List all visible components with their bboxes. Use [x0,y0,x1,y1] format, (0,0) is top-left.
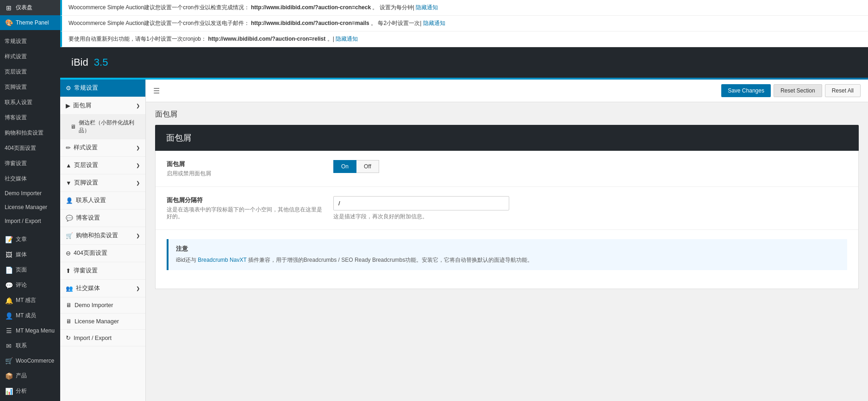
shop-arrow-icon: ❯ [136,233,140,238]
sidebar-item-mt-mega-menu[interactable]: ☰ MT Mega Menu [0,323,60,338]
notice1-url: http://www.ibidibid.com/?auction-cron=ch… [251,4,371,11]
theme-sidebar-import-export[interactable]: ↻ Import / Export [60,330,145,346]
reset-section-button[interactable]: Reset Section [774,84,822,97]
license-theme-icon: 🖥 [66,318,72,325]
sidebar-item-pages[interactable]: 📄 页面 [0,262,60,278]
breadcrumb-toggle-label: 面包屑 [167,160,324,168]
notice-2: Woocommerce Simple Auction建议您设置一个cron作业以… [60,16,868,31]
breadcrumb-separator-help: 这是描述字段，再次良好的附加信息。 [333,213,847,220]
sidebar-item-404[interactable]: 404页面设置 [0,141,60,156]
shop-theme-icon: 🛒 [66,232,73,239]
products-icon: 📦 [5,372,13,380]
sidebar-item-shop[interactable]: 购物和拍卖设置 [0,125,60,141]
style-icon: ✏ [66,144,71,151]
theme-sidebar: ⚙ 常规设置 ▶ 面包屑 ❯ 🖥 侧边栏（小部件化战利品） ✏ 样式设置 [60,80,146,401]
notice-box-text-after: 插件兼容，用于增强的Breadcrumbs / SEO Ready Breadc… [248,257,533,263]
notice-box-link[interactable]: Breadcrumb NavXT [198,257,246,263]
theme-sidebar-breadcrumb[interactable]: ▶ 面包屑 ❯ [60,97,145,115]
reset-all-button[interactable]: Reset All [825,84,861,97]
breadcrumb-separator-input[interactable] [333,196,509,210]
toolbar-left: ☰ [153,86,160,95]
theme-sidebar-social[interactable]: 👥 社交媒体 ❯ [60,280,145,297]
breadcrumb-toggle-control: On Off [333,160,847,173]
woocommerce-icon: 🛒 [5,357,13,364]
sidebar-item-articles[interactable]: 📝 文章 [0,232,60,247]
brand-version: 3.5 [94,56,108,68]
settings-area: 面包屑 启用或禁用面包屑 On Off 面包屑分隔符 这是在选项表中的字段标 [155,151,859,289]
breadcrumb-toggle-off[interactable]: Off [356,160,379,173]
main-panel: ☰ Save Changes Reset Section Reset All 面… [146,80,868,401]
notice2-hide-link[interactable]: 隐藏通知 [423,20,445,26]
section-title: 面包屑 [146,102,868,125]
sidebar-item-mt-sense[interactable]: 🔔 MT 感言 [0,293,60,308]
sidebar-item-theme-panel[interactable]: 🎨 Theme Panel [0,15,60,30]
sidebar-item-license[interactable]: License Manager [0,200,60,214]
breadcrumb-expand-icon: ▶ [66,102,70,109]
theme-sidebar-header[interactable]: ▲ 页层设置 ❯ [60,157,145,174]
sidebar-item-style[interactable]: 样式设置 [0,49,60,64]
comments-icon: 💬 [5,282,13,289]
theme-sidebar-shop[interactable]: 🛒 购物和拍卖设置 ❯ [60,227,145,245]
sidebar-item-products[interactable]: 📦 产品 [0,368,60,383]
theme-sidebar-contact[interactable]: 👤 联系人设置 [60,192,145,210]
toolbar-buttons: Save Changes Reset Section Reset All [721,84,861,97]
admin-sidebar: ⊞ 仪表盘 🎨 Theme Panel 常规设置 样式设置 页层设置 页脚设置 … [0,0,60,401]
social-arrow-icon: ❯ [136,286,140,291]
breadcrumb-separator-control: 这是描述字段，再次良好的附加信息。 [333,196,847,220]
mt-members-icon: 👤 [5,312,13,320]
sidebar-item-blog[interactable]: 博客设置 [0,110,60,125]
sidebar-item-mt-members[interactable]: 👤 MT 成员 [0,308,60,323]
sidebar-item-page2[interactable]: 页脚设置 [0,80,60,95]
breadcrumb-toggle-on[interactable]: On [333,160,356,173]
breadcrumb-toggle-group: On Off [333,160,847,173]
theme-sidebar-404[interactable]: ⊖ 404页面设置 [60,245,145,262]
theme-panel-icon: 🎨 [5,19,13,26]
notice-box-text: iBid还与 Breadcrumb NavXT 插件兼容，用于增强的Breadc… [176,256,840,265]
theme-sidebar-blog[interactable]: 💬 博客设置 [60,210,145,227]
sidebar-item-media[interactable]: 🖼 媒体 [0,247,60,262]
sidebar-item-analytics[interactable]: 📊 分析 [0,383,60,399]
sidebar-item-lianxi[interactable]: ✉ 联系 [0,338,60,353]
notice3-hide-link[interactable]: 隐藏通知 [336,36,358,42]
sub-icon: 🖥 [70,123,76,130]
sidebar-item-comments[interactable]: 💬 评论 [0,278,60,293]
toolbar-grid-icon: ☰ [153,86,160,95]
breadcrumb-toggle-desc: 启用或禁用面包屑 [167,170,324,177]
theme-sidebar-sidebar-sub[interactable]: 🖥 侧边栏（小部件化战利品） [60,115,145,139]
theme-sidebar-style[interactable]: ✏ 样式设置 ❯ [60,139,145,157]
theme-sidebar-demo[interactable]: 🖥 Demo Importer [60,297,145,314]
theme-sidebar-popup[interactable]: ⬆ 弹窗设置 [60,262,145,280]
style-arrow-icon: ❯ [136,145,140,150]
section-dark-header: 面包屑 [155,125,859,151]
sidebar-item-plugins[interactable]: 🔌 菜单 [0,399,60,401]
notice-3: 要使用自动重新列出功能，请每1小时设置一次cronjob： http://www… [60,31,868,47]
sidebar-item-popup[interactable]: 弹窗设置 [0,156,60,171]
theme-sidebar-footer[interactable]: ▼ 页脚设置 ❯ [60,174,145,192]
demo-theme-icon: 🖥 [66,302,72,308]
sidebar-item-demo[interactable]: Demo Importer [0,186,60,200]
sidebar-item-woocommerce[interactable]: 🛒 WooCommerce [0,353,60,368]
notice-1: Woocommerce Simple Auction建议您设置一个cron作业以… [60,0,868,16]
sidebar-item-dashboard[interactable]: ⊞ 仪表盘 [0,0,60,15]
breadcrumb-separator-label: 面包屑分隔符 [167,196,324,204]
breadcrumb-separator-desc: 这是在选项表中的字段标题下的一个小空间，其他信息在这里是好的。 [167,206,324,220]
breadcrumb-separator-row: 面包屑分隔符 这是在选项表中的字段标题下的一个小空间，其他信息在这里是好的。 这… [156,187,858,230]
contact-theme-icon: 👤 [66,197,73,204]
analytics-icon: 📊 [5,388,13,395]
sidebar-item-general[interactable]: 常规设置 [0,34,60,49]
import-theme-icon: ↻ [66,334,71,341]
sidebar-item-page1[interactable]: 页层设置 [0,64,60,80]
save-changes-button[interactable]: Save Changes [721,84,771,97]
theme-sidebar-license[interactable]: 🖥 License Manager [60,314,145,330]
sidebar-item-import-export[interactable]: Import / Export [0,214,60,228]
notice-box-title: 注意 [176,245,840,253]
footer-icon: ▼ [66,180,71,186]
dashboard-icon: ⊞ [5,4,13,12]
notice1-hide-link[interactable]: 隐藏通知 [416,4,438,11]
sidebar-item-contact[interactable]: 联系人设置 [0,95,60,110]
articles-icon: 📝 [5,236,13,243]
sidebar-item-social[interactable]: 社交媒体 [0,171,60,186]
breadcrumb-separator-label-area: 面包屑分隔符 这是在选项表中的字段标题下的一个小空间，其他信息在这里是好的。 [167,196,324,220]
social-theme-icon: 👥 [66,285,73,292]
theme-sidebar-general[interactable]: ⚙ 常规设置 [60,80,145,97]
